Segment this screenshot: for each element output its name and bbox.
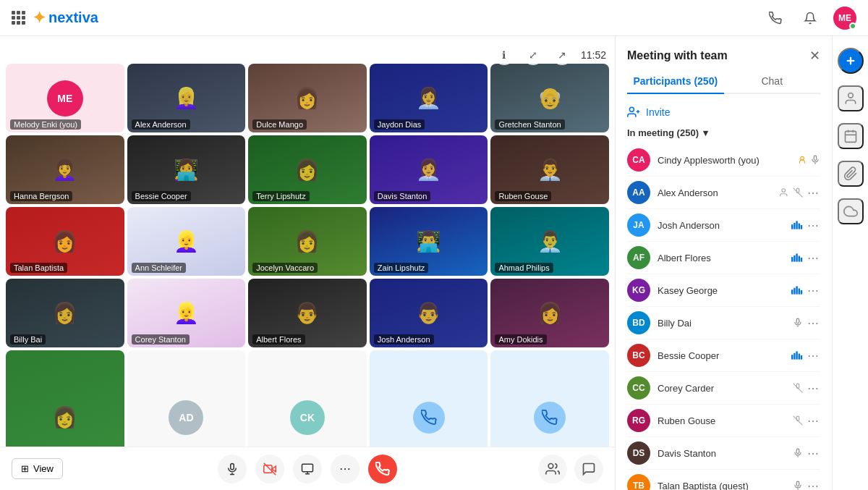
more-options-button[interactable] [331,455,359,483]
svg-rect-0 [231,463,234,469]
panel-title: Meeting with team [627,49,728,62]
invite-button[interactable]: Invite [627,103,820,127]
svg-marker-3 [272,466,276,472]
more-btn-josh[interactable]: ⋯ [806,219,820,232]
participants-panel-button[interactable] [538,455,567,483]
participant-name-bessie: Bessie Cooper [658,350,791,361]
mic-icon-talan [793,481,803,490]
video-cell-hanna: 👩‍🦱 Hanna Bergson [6,135,124,204]
name-tag-jaydon: Jaydon Dias [374,119,425,130]
sidebar-plus-button[interactable] [838,48,864,74]
bottom-controls-bar: ⊞ View [0,447,615,490]
bell-icon-btn[interactable] [799,7,822,30]
phone-icon-2 [534,402,566,434]
name-tag-terry: Terry Lipshutz [252,191,309,201]
participant-icons-kasey: ⋯ [791,284,820,297]
avatar-kasey: KG [627,279,650,302]
name-tag-corey: Corey Stanton [132,334,190,345]
avatar-josh: JA [627,214,650,237]
svg-rect-22 [796,221,797,229]
avatar-ruben: RG [627,409,650,432]
name-tag-me: Melody Enki (you) [10,119,81,130]
panel-close-button[interactable]: ✕ [809,48,820,64]
participant-icons-billy: ⋯ [793,316,820,330]
avatar-cindy: CA [627,148,650,172]
video-cell-dulce: 👩 Dulce Mango [248,64,367,132]
expand-icon-btn[interactable]: ⤢ [523,45,543,65]
svg-point-8 [344,468,346,469]
avatar-corey: CC [627,376,650,400]
svg-rect-24 [801,225,802,229]
chat-tab[interactable]: Chat [724,69,821,94]
svg-rect-25 [791,257,793,261]
more-btn-kasey[interactable]: ⋯ [806,284,820,297]
right-control-buttons [538,455,603,483]
hangup-button[interactable] [368,455,397,483]
nav-icons: ME [764,7,856,30]
name-tag-albert: Albert Flores [252,334,305,345]
mic-muted-icon-corey [793,383,803,393]
more-btn-alex[interactable]: ⋯ [806,186,820,200]
participant-icons-alex: ⋯ [780,186,820,200]
participant-row-bessie: BC Bessie Cooper ⋯ [627,339,820,372]
online-indicator [849,22,856,30]
sidebar-cloud-icon[interactable] [838,198,864,224]
mic-muted-icon-alex [793,187,803,198]
mic-icon-cindy [810,155,820,165]
view-button[interactable]: ⊞ View [12,458,63,479]
more-btn-bessie[interactable]: ⋯ [806,349,820,363]
video-cell-gretchen: 👴 Gretchen Stanton [490,64,609,132]
name-tag-josh: Josh Anderson [374,334,434,345]
in-meeting-header[interactable]: In meeting (250) ▾ [627,127,820,138]
avatar-amy2: AD [169,400,203,435]
grid-view-icon: ⊞ [21,463,29,474]
name-tag-davis: Davis Stanton [374,191,430,201]
logo-text: nextiva [48,9,98,26]
info-icon-btn[interactable]: ℹ [494,45,514,65]
participants-tab[interactable]: Participants (250) [627,69,724,94]
svg-rect-30 [791,290,793,294]
svg-rect-39 [796,351,797,359]
svg-point-7 [341,468,342,469]
mute-video-button[interactable] [255,455,284,483]
sidebar-paperclip-icon[interactable] [838,161,864,187]
logo-icon: ✦ [33,9,46,28]
more-btn-davis[interactable]: ⋯ [806,447,820,460]
svg-line-43 [793,384,803,393]
participant-row-davis: DS Davis Stanton ⋯ [627,437,820,470]
participant-icons-bessie: ⋯ [791,349,820,363]
sidebar-person-icon[interactable] [838,85,864,111]
video-cell-albert: 👨 Albert Flores [248,279,367,347]
participant-icons-talan: ⋯ [793,479,820,491]
svg-line-19 [793,188,803,198]
name-tag-talan: Talan Baptista [10,263,67,273]
video-cell-terry: 👩 Terry Lipshutz [248,135,367,204]
more-btn-ruben[interactable]: ⋯ [806,414,820,428]
phone-icon-btn[interactable] [764,7,787,30]
external-icon-btn[interactable]: ↗ [552,45,572,65]
me-avatar: ME [47,80,83,117]
svg-rect-41 [801,355,802,360]
more-btn-corey[interactable]: ⋯ [806,381,820,395]
participant-icons-albert: ⋯ [791,251,820,265]
name-tag-zain: Zain Lipshutz [374,263,428,273]
video-cell-bessie: 👩‍💻 Bessie Cooper [127,135,246,204]
chat-panel-button[interactable] [574,455,603,483]
mute-mic-button[interactable] [218,455,247,483]
participant-name-josh: Josh Anderson [658,220,791,231]
share-screen-button[interactable] [293,455,322,483]
sidebar-calendar-icon[interactable] [838,123,864,149]
more-btn-billy[interactable]: ⋯ [806,316,820,330]
participant-name-alex: Alex Anderson [658,187,780,198]
svg-point-56 [848,93,853,98]
panel-body: Invite In meeting (250) ▾ CA Cindy Apple… [616,94,832,490]
more-btn-talan[interactable]: ⋯ [806,479,820,491]
user-avatar[interactable]: ME [833,7,856,30]
more-btn-albert[interactable]: ⋯ [806,251,820,265]
video-cell-ann: 👱‍♀️ Ann Schleifer [127,207,246,276]
svg-line-45 [793,416,803,426]
video-cell-talan: 👩 Talan Baptista [6,207,124,276]
svg-rect-48 [796,481,799,486]
video-grid: ME Melody Enki (you) 👱‍♀️ Alex Anderson … [6,42,609,484]
participant-name-kasey: Kasey George [658,285,791,296]
